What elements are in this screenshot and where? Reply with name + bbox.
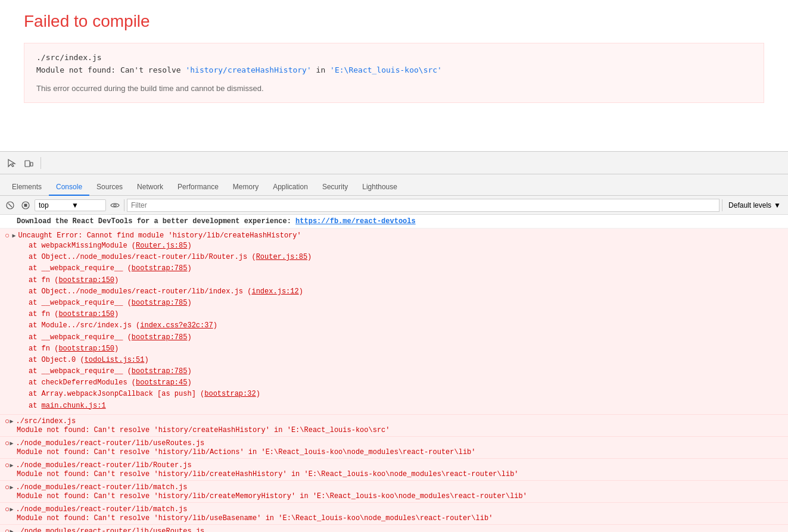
stack-line-6: at __webpack_require__ (bootstrap:785) (29, 298, 783, 309)
error-1-header[interactable]: ○ ▶ Uncaught Error: Cannot find module '… (5, 231, 783, 240)
stack-link-14[interactable]: bootstrap:32 (204, 390, 256, 398)
module-error-6-detail: Module not found: Can't resolve 'history… (5, 514, 783, 522)
eye-icon[interactable] (108, 199, 122, 212)
stack-link-10[interactable]: bootstrap:150 (58, 345, 114, 353)
expand-icon-7: ▶ (10, 528, 13, 532)
module-error-3: ○ ▶ ./node_modules/react-router/lib/useR… (0, 437, 788, 459)
stop-button[interactable] (19, 199, 32, 212)
toolbar-divider (41, 157, 41, 169)
expand-icon-2: ▶ (10, 418, 13, 425)
devtools-toolbar (0, 152, 788, 174)
module-error-5-header[interactable]: ○ ▶ ./node_modules/react-router/lib/matc… (5, 483, 783, 492)
device-toggle-icon[interactable] (21, 156, 36, 170)
module-error-4: ○ ▶ ./node_modules/react-router/lib/Rout… (0, 459, 788, 481)
tab-memory[interactable]: Memory (226, 179, 266, 196)
build-time-note: This error occurred during the build tim… (36, 84, 752, 93)
stack-line-1: at webpackMissingModule (Router.js:85) (29, 240, 783, 252)
tab-performance[interactable]: Performance (170, 179, 226, 196)
error-1-title: Uncaught Error: Cannot find module 'hist… (18, 231, 301, 240)
module-error-6-header[interactable]: ○ ▶ ./node_modules/react-router/lib/matc… (5, 505, 783, 514)
module-error-3-header[interactable]: ○ ▶ ./node_modules/react-router/lib/useR… (5, 439, 783, 448)
react-devtools-link[interactable]: https://fb.me/react-devtools (295, 217, 416, 226)
error-icon-1: ○ (5, 231, 10, 240)
stack-link-15[interactable]: main.chunk.js:1 (42, 402, 106, 410)
context-value: top (39, 201, 69, 209)
filter-input[interactable] (127, 199, 720, 212)
inspect-element-icon[interactable] (5, 156, 19, 170)
tab-elements[interactable]: Elements (5, 179, 49, 196)
stack-line-12: at __webpack_require__ (bootstrap:785) (29, 366, 783, 377)
console-toolbar: top ▼ Default levels ▼ (0, 196, 788, 215)
module-error-2-detail: Module not found: Can't resolve 'history… (5, 426, 783, 434)
default-levels-arrow: ▼ (774, 201, 781, 209)
tab-sources[interactable]: Sources (89, 179, 130, 196)
tab-lighthouse[interactable]: Lighthouse (355, 179, 404, 196)
error-file: ./src/index.js (36, 53, 752, 62)
filter-divider (124, 199, 124, 211)
console-info-row: Download the React DevTools for a better… (0, 215, 788, 229)
error-prefix: Module not found: Can't resolve (36, 65, 185, 74)
module-error-7-file: ./node_modules/react-router/lib/useRoute… (15, 527, 204, 532)
expand-icon-5: ▶ (10, 484, 13, 491)
module-error-6-file: ./node_modules/react-router/lib/match.js (15, 505, 187, 514)
module-error-7-header[interactable]: ○ ▶ ./node_modules/react-router/lib/useR… (5, 527, 783, 532)
stack-trace-1: at webpackMissingModule (Router.js:85) a… (5, 240, 783, 412)
stack-line-8: at Module../src/index.js (index.css?e32c… (29, 320, 783, 331)
tab-network[interactable]: Network (130, 179, 170, 196)
module-error-4-file: ./node_modules/react-router/lib/Router.j… (15, 461, 191, 470)
tab-application[interactable]: Application (266, 179, 315, 196)
error-path: 'E:\React_louis-koo\src' (330, 65, 442, 74)
module-error-4-detail: Module not found: Can't resolve 'history… (5, 470, 783, 478)
expand-icon-1: ▶ (12, 232, 15, 239)
module-error-7: ○ ▶ ./node_modules/react-router/lib/useR… (0, 525, 788, 532)
stack-line-4: at fn (bootstrap:150) (29, 275, 783, 286)
svg-line-3 (8, 204, 12, 207)
stack-link-12[interactable]: bootstrap:785 (132, 367, 188, 375)
default-levels-dropdown[interactable]: Default levels ▼ (725, 200, 784, 211)
console-error-1: ○ ▶ Uncaught Error: Cannot find module '… (0, 229, 788, 415)
stack-link-11[interactable]: todoList.js:51 (85, 356, 145, 364)
devtools-tabs: Elements Console Sources Network Perform… (0, 174, 788, 196)
module-error-4-header[interactable]: ○ ▶ ./node_modules/react-router/lib/Rout… (5, 461, 783, 470)
stack-link-1[interactable]: Router.js:85 (136, 242, 187, 250)
filter-divider2 (722, 199, 722, 211)
stack-link-9[interactable]: bootstrap:785 (132, 333, 188, 342)
module-error-2-header[interactable]: ○ ▶ ./src/index.js (5, 417, 783, 426)
error-module: 'history/createHashHistory' (185, 65, 311, 74)
expand-icon-3: ▶ (10, 440, 13, 447)
stack-line-7: at fn (bootstrap:150) (29, 309, 783, 320)
stack-line-2: at Object../node_modules/react-router/li… (29, 252, 783, 263)
svg-rect-1 (30, 162, 33, 166)
svg-rect-5 (24, 204, 27, 206)
svg-rect-0 (25, 161, 30, 167)
module-error-5-file: ./node_modules/react-router/lib/match.js (15, 483, 187, 492)
stack-link-13[interactable]: bootstrap:45 (136, 378, 187, 387)
module-error-2-file: ./src/index.js (15, 417, 76, 425)
stack-line-5: at Object../node_modules/react-router/li… (29, 286, 783, 298)
stack-link-7[interactable]: bootstrap:150 (58, 310, 114, 318)
error-box: ./src/index.js Module not found: Can't r… (24, 43, 764, 103)
expand-icon-4: ▶ (10, 462, 13, 469)
stack-line-9: at __webpack_require__ (bootstrap:785) (29, 332, 783, 343)
tab-console[interactable]: Console (49, 179, 89, 196)
stack-line-15: at main.chunk.js:1 (29, 400, 783, 412)
clear-console-button[interactable] (4, 199, 17, 212)
stack-link-6[interactable]: bootstrap:785 (132, 299, 188, 307)
module-error-6: ○ ▶ ./node_modules/react-router/lib/matc… (0, 503, 788, 525)
devtools-panel: Elements Console Sources Network Perform… (0, 151, 788, 532)
stack-link-8[interactable]: index.css?e32c:37 (140, 321, 213, 330)
error-icon-7: ○ (5, 527, 10, 532)
stack-link-3[interactable]: bootstrap:785 (132, 264, 188, 273)
stack-link-4[interactable]: bootstrap:150 (58, 276, 114, 284)
expand-icon-6: ▶ (10, 506, 13, 513)
stack-line-14: at Array.webpackJsonpCallback [as push] … (29, 389, 783, 400)
stack-link-5[interactable]: index.js:12 (251, 287, 298, 296)
tab-security[interactable]: Security (315, 179, 355, 196)
context-selector[interactable]: top ▼ (35, 199, 106, 211)
stack-link-2[interactable]: Router.js:85 (256, 253, 307, 261)
error-icon-4: ○ (5, 461, 10, 470)
module-error-2: ○ ▶ ./src/index.js Module not found: Can… (0, 415, 788, 437)
error-icon-3: ○ (5, 439, 10, 448)
stack-line-3: at __webpack_require__ (bootstrap:785) (29, 263, 783, 274)
page-title: Failed to compile (24, 12, 764, 31)
